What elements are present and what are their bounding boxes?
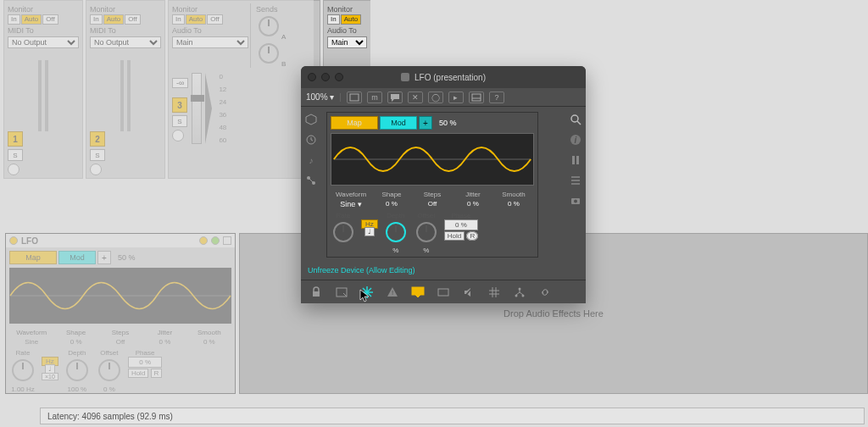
help-icon[interactable]: ? (489, 92, 504, 103)
monitor-auto[interactable]: Auto (341, 14, 361, 25)
track-2: Monitor In Auto Off MIDI To No Output 2 … (86, 0, 165, 179)
max-patcher-window: LFO (presentation) 100% ▾ | m ✕ ◯ ▸ ? ♪ … (301, 66, 586, 303)
new-message-icon[interactable]: m (367, 92, 382, 103)
rate-knob[interactable] (333, 222, 353, 242)
midi-to-select[interactable]: No Output (90, 36, 161, 48)
midi-to-select[interactable]: No Output (8, 36, 79, 48)
new-panel-icon[interactable] (469, 92, 484, 103)
window-titlebar[interactable]: LFO (presentation) (301, 66, 586, 88)
track-activator-2[interactable]: 2 (90, 131, 105, 147)
track-activator-1[interactable]: 1 (8, 131, 23, 147)
monitor-auto[interactable]: Auto (21, 14, 42, 25)
phase-retrigger-button[interactable]: R (466, 231, 478, 241)
waveform-select[interactable]: Sine ▾ (331, 200, 371, 208)
new-button-icon[interactable]: ◯ (428, 92, 443, 103)
arm-button-1[interactable] (8, 164, 19, 175)
monitor-in[interactable]: In (172, 14, 185, 25)
svg-rect-14 (576, 156, 579, 164)
route-label: MIDI To (8, 26, 79, 35)
phase-label: Phase (444, 212, 478, 219)
hierarchy-icon[interactable] (513, 286, 526, 299)
svg-point-19 (574, 200, 577, 203)
audio-to-select[interactable]: Main (172, 36, 248, 48)
send-b-knob[interactable] (259, 43, 279, 64)
new-toggle-icon[interactable]: ✕ (408, 92, 423, 103)
pause-icon[interactable] (570, 154, 581, 166)
svg-rect-28 (438, 289, 448, 296)
arm-button-3[interactable] (172, 130, 184, 141)
solo-button-2[interactable]: S (90, 149, 105, 161)
routing-icon[interactable] (305, 175, 317, 186)
send-a-knob[interactable] (259, 16, 279, 36)
rate-sync-button[interactable]: ♩ (364, 227, 375, 236)
monitor-in[interactable]: In (8, 14, 20, 25)
search-icon[interactable] (570, 114, 581, 125)
note-icon[interactable]: ♪ (305, 154, 317, 166)
solo-button-3[interactable]: S (172, 115, 187, 127)
offset-label: Offset (414, 212, 439, 219)
peak-display[interactable]: -∞ (172, 78, 188, 88)
svg-marker-0 (205, 73, 212, 144)
freeze-icon[interactable] (360, 286, 374, 299)
cube-icon[interactable] (305, 114, 317, 125)
window-title: LFO (presentation) (415, 73, 486, 82)
monitor-label: Monitor (90, 5, 161, 14)
monitor-auto[interactable]: Auto (186, 14, 206, 25)
latency-status: Latency: 4096 samples (92.9 ms) (47, 412, 173, 421)
svg-text:i: i (575, 136, 577, 145)
scope-icon[interactable] (437, 286, 450, 299)
lock-icon[interactable] (309, 286, 323, 299)
route-label: MIDI To (90, 26, 161, 35)
grid-icon[interactable] (487, 286, 501, 299)
link-icon[interactable] (538, 286, 552, 299)
monitor-in[interactable]: In (327, 14, 340, 25)
map-button[interactable]: Map (331, 116, 378, 130)
arm-button-2[interactable] (90, 164, 102, 175)
tooltip-hint: Unfreeze Device (Allow Editing) (304, 266, 419, 274)
monitor-label: Monitor (8, 5, 79, 14)
jitter-value[interactable]: 0 % (453, 200, 493, 208)
presentation-mode-icon[interactable] (411, 286, 425, 299)
add-mapping-button[interactable]: + (419, 116, 432, 130)
monitor-label: Monitor (327, 5, 367, 14)
svg-rect-13 (572, 156, 575, 164)
monitor-off[interactable]: Off (207, 14, 223, 25)
patcher-canvas[interactable]: Map Mod + 50 % WaveformSine ▾ Shape0 % S… (321, 107, 565, 276)
patcher-view-icon[interactable] (335, 286, 348, 299)
new-number-icon[interactable]: ▸ (448, 92, 464, 103)
clock-icon[interactable] (305, 134, 317, 146)
speaker-off-icon[interactable] (462, 286, 476, 299)
phase-hold-button[interactable]: Hold (444, 231, 465, 241)
svg-rect-2 (350, 94, 359, 101)
smooth-value[interactable]: 0 % (493, 200, 534, 208)
waveform-display (331, 133, 534, 186)
svg-point-9 (571, 115, 578, 122)
info-icon[interactable]: i (570, 134, 581, 146)
mod-button[interactable]: Mod (380, 116, 417, 130)
monitor-off[interactable]: Off (125, 14, 141, 25)
depth-knob[interactable] (386, 222, 406, 242)
new-comment-icon[interactable] (387, 92, 403, 103)
max-logo-icon (401, 73, 409, 81)
offset-knob[interactable] (416, 222, 437, 242)
shape-value[interactable]: 0 % (371, 200, 412, 208)
volume-fader-3[interactable] (192, 73, 202, 144)
drop-hint-text: Drop Audio Effects Here (504, 308, 604, 319)
track-activator-3[interactable]: 3 (172, 97, 187, 113)
phase-value[interactable]: 0 % (444, 219, 478, 230)
patcher-toolbar: 100% ▾ | m ✕ ◯ ▸ ? (301, 88, 586, 107)
route-label: Audio To (172, 26, 248, 35)
monitor-off[interactable]: Off (42, 14, 58, 25)
list-icon[interactable] (570, 175, 581, 186)
monitor-auto[interactable]: Auto (103, 14, 124, 25)
camera-icon[interactable] (570, 195, 581, 207)
monitor-in[interactable]: In (90, 14, 103, 25)
left-rail: ♪ (301, 107, 321, 276)
zoom-dropdown[interactable]: 100% ▾ (306, 92, 334, 102)
audio-to-select[interactable]: Main (327, 36, 367, 48)
svg-rect-20 (313, 291, 320, 297)
solo-button-1[interactable]: S (8, 149, 23, 161)
new-object-icon[interactable] (347, 92, 362, 103)
steps-value[interactable]: Off (412, 200, 453, 208)
warning-icon[interactable]: ! (386, 286, 399, 299)
